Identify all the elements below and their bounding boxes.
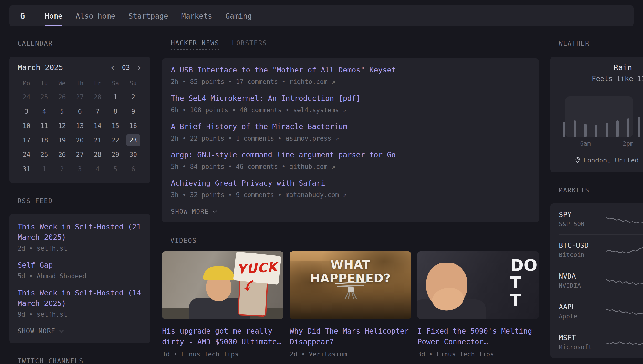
- markets-section-label: MARKETS: [559, 186, 643, 194]
- feed-item-title[interactable]: This Week in Self-Hosted (14 March 2025): [18, 288, 142, 308]
- hard-hat-art: [203, 266, 234, 280]
- news-item-meta[interactable]: 3h • 32 points • 9 comments • matanabudy…: [171, 191, 530, 198]
- market-row-aapl[interactable]: AAPL Apple +1.95% $218.27: [559, 296, 643, 327]
- feed-item-title[interactable]: Self Gap: [18, 260, 142, 270]
- calendar-day: 9: [124, 104, 142, 118]
- news-source-tabs: HACKER NEWS LOBSTERS: [171, 40, 539, 50]
- news-item: A USB Interface to the "Mother of All De…: [171, 65, 530, 86]
- feed-item-meta: 5d • Ahmad Shadeed: [18, 272, 142, 280]
- nav-tab-home[interactable]: Home: [45, 5, 62, 26]
- market-symbol[interactable]: BTC-USD: [559, 241, 606, 250]
- calendar-widget: CALENDAR March 2025 ‹ 03 › Mo Tu We Th F…: [9, 40, 150, 183]
- calendar-month-title: March 2025: [18, 63, 63, 72]
- tab-lobsters[interactable]: LOBSTERS: [232, 40, 267, 47]
- top-nav: G Home Also home Startpage Markets Gamin…: [9, 5, 634, 26]
- nav-tab-markets[interactable]: Markets: [181, 5, 212, 26]
- calendar-day: 20: [71, 133, 89, 147]
- feed-item: This Week in Self-Hosted (14 March 2025)…: [18, 288, 142, 318]
- hn-show-more-button[interactable]: SHOW MORE: [171, 208, 530, 215]
- show-more-label: SHOW MORE: [18, 328, 56, 335]
- video-title[interactable]: His upgrade got me really dirty - AMD $5…: [162, 326, 283, 347]
- news-item-meta[interactable]: 6h • 108 points • 40 comments • sel4.sys…: [171, 106, 530, 114]
- weather-bar: [627, 118, 629, 137]
- market-row-nvda[interactable]: NVDA NVIDIA -0.70% $117.70: [559, 265, 643, 296]
- weather-bar: [563, 122, 565, 137]
- video-title[interactable]: Why Did The Mars Helicopter Disappear?: [290, 326, 411, 347]
- red-arrow-icon: [242, 280, 255, 293]
- middle-column: HACKER NEWS LOBSTERS A USB Interface to …: [162, 40, 539, 364]
- calendar-day: 24: [18, 147, 36, 162]
- nav-tab-also-home[interactable]: Also home: [76, 5, 116, 26]
- video-thumbnail[interactable]: WHAT HAPPENED?: [290, 251, 411, 319]
- left-column: CALENDAR March 2025 ‹ 03 › Mo Tu We Th F…: [9, 40, 150, 364]
- news-item-meta[interactable]: 2h • 22 points • 1 comments • asimov.pre…: [171, 135, 530, 142]
- market-row-btc-usd[interactable]: BTC-USD Bitcoin +1.39% $84,999.29: [559, 234, 643, 265]
- calendar-day: 3: [18, 104, 36, 118]
- right-column: WEATHER Rain Feels like 11°C 12° 6am2pm1…: [550, 40, 643, 364]
- weekday-label: Su: [124, 80, 142, 87]
- market-row-msft[interactable]: MSFT Microsoft +1.14% $391.26: [559, 327, 643, 358]
- news-item-meta[interactable]: 2h • 85 points • 17 comments • righto.co…: [171, 78, 530, 86]
- weather-time-label: 6am: [580, 140, 590, 147]
- calendar-grid: 2425262728123456789101112131415161718192…: [18, 90, 142, 176]
- tab-hacker-news[interactable]: HACKER NEWS: [171, 40, 219, 50]
- weather-time-label: 2pm: [623, 140, 633, 147]
- news-item-title[interactable]: argp: GNU-style command line argument pa…: [171, 150, 530, 160]
- weather-bar: [595, 125, 597, 137]
- video-card: WHAT HAPPENED? Why Did The Mars Helicopt…: [290, 251, 411, 358]
- calendar-day: 1: [36, 162, 53, 176]
- market-name: Microsoft: [559, 344, 606, 351]
- calendar-prev-button[interactable]: ‹: [110, 64, 116, 71]
- calendar-next-button[interactable]: ›: [136, 64, 142, 71]
- calendar-day: 6: [124, 162, 142, 176]
- market-info: AAPL Apple: [559, 303, 606, 320]
- feed-item-title[interactable]: This Week in Self-Hosted (21 March 2025): [18, 222, 142, 242]
- calendar-day: 22: [107, 133, 124, 147]
- market-sparkline: [606, 336, 643, 349]
- helicopter-art: [332, 278, 369, 300]
- market-symbol[interactable]: SPY: [559, 210, 606, 219]
- market-name: Bitcoin: [559, 251, 606, 258]
- weekday-label: We: [53, 80, 71, 87]
- weekday-label: Fr: [89, 80, 107, 87]
- nav-tab-gaming[interactable]: Gaming: [225, 5, 252, 26]
- video-title[interactable]: I Fixed the 5090's Melting Power Connect…: [417, 326, 539, 347]
- market-name: NVIDIA: [559, 282, 606, 289]
- news-item-meta[interactable]: 5h • 84 points • 46 comments • github.co…: [171, 163, 530, 170]
- news-item: The SeL4 Microkernel: An Introduction [p…: [171, 94, 530, 114]
- calendar-day: 17: [18, 133, 36, 147]
- news-item-title[interactable]: Achieving Great Privacy with Safari: [171, 178, 530, 188]
- calendar-day: 10: [18, 118, 36, 133]
- news-item-title[interactable]: The SeL4 Microkernel: An Introduction [p…: [171, 94, 530, 103]
- app-logo[interactable]: G: [9, 5, 38, 26]
- thumbnail-overlay-text: YUCK: [237, 259, 278, 277]
- feed-item: Self Gap 5d • Ahmad Shadeed: [18, 260, 142, 280]
- video-thumbnail[interactable]: YUCK: [162, 251, 283, 319]
- news-item-title[interactable]: A Brief History of the Miracle Bacterium: [171, 122, 530, 132]
- weather-section-label: WEATHER: [559, 40, 643, 47]
- calendar-day: 2: [53, 162, 71, 176]
- calendar-day: 31: [18, 162, 36, 176]
- videos-section-label: VIDEOS: [170, 237, 539, 244]
- calendar-day: 24: [18, 90, 36, 104]
- market-sparkline: [606, 213, 643, 226]
- nav-tab-startpage[interactable]: Startpage: [128, 5, 168, 26]
- market-symbol[interactable]: AAPL: [559, 303, 606, 311]
- market-symbol[interactable]: NVDA: [559, 272, 606, 280]
- weather-bar: [584, 124, 587, 137]
- calendar-day: 8: [107, 104, 124, 118]
- rss-show-more-button[interactable]: SHOW MORE: [18, 328, 142, 335]
- market-symbol[interactable]: MSFT: [559, 334, 606, 342]
- market-name: Apple: [559, 313, 606, 320]
- calendar-controls: ‹ 03 ›: [110, 64, 142, 71]
- weekday-label: Tu: [36, 80, 53, 87]
- calendar-day: 2: [124, 90, 142, 104]
- video-thumbnail[interactable]: DO T T: [417, 251, 539, 319]
- market-row-spy[interactable]: SPY S&P 500 -0.27% $563.98: [559, 204, 643, 234]
- videos-carousel: YUCK His upgrade got me really dirty - A…: [162, 251, 539, 358]
- markets-widget: MARKETS SPY S&P 500 -0.27% $563.98: [550, 186, 643, 358]
- market-info: MSFT Microsoft: [559, 334, 606, 351]
- market-info: NVDA NVIDIA: [559, 272, 606, 289]
- news-item-title[interactable]: A USB Interface to the "Mother of All De…: [171, 65, 530, 75]
- weather-condition: Rain: [559, 63, 643, 72]
